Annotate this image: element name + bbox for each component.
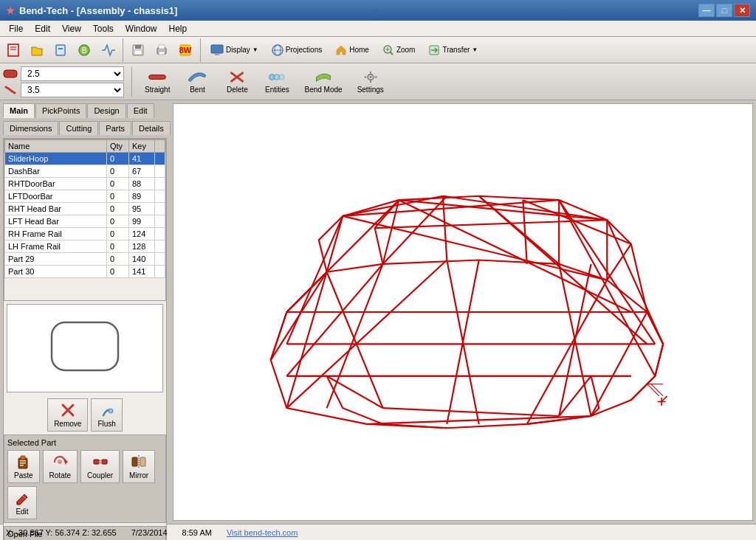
toolbar-sep2 (200, 38, 201, 62)
minimize-button[interactable]: — (698, 4, 715, 17)
main-content: Main PickPoints Design Edit Dimensions C… (0, 100, 756, 524)
svg-point-35 (369, 76, 371, 78)
table-row[interactable]: RH Frame Rail 0 124 (5, 228, 165, 240)
paste-label: Paste (14, 471, 33, 480)
parts-table: Name Qty Key SliderHoop 0 41 (4, 139, 165, 278)
toolbar-display[interactable]: Display ▼ (205, 40, 264, 60)
svg-point-50 (58, 460, 62, 464)
remove-button[interactable]: Remove (47, 398, 88, 432)
projections-label: Projections (286, 46, 322, 54)
toolbar-icon3[interactable] (50, 40, 71, 60)
parts-list[interactable]: Name Qty Key SliderHoop 0 41 (4, 139, 166, 301)
bent-label: Bent (190, 86, 205, 94)
close-button[interactable]: ✕ (734, 4, 750, 17)
table-row[interactable]: RHTDoorBar 0 88 (5, 178, 165, 190)
coupler-button[interactable]: Coupler (80, 450, 120, 483)
svg-rect-57 (140, 457, 145, 466)
table-row[interactable]: Part 30 0 141 (5, 266, 165, 278)
tab-edit[interactable]: Edit (127, 103, 154, 118)
app-icon: ★ (6, 5, 15, 16)
menu-view[interactable]: View (56, 22, 87, 35)
table-row[interactable]: RHT Head Bar 0 95 (5, 203, 165, 215)
toolbar-icon5[interactable] (97, 40, 118, 60)
table-row[interactable]: DashBar 0 67 (5, 165, 165, 178)
table-row[interactable]: SliderHoop 0 41 (5, 153, 165, 165)
toolbar-zoom[interactable]: Zoom (377, 40, 421, 60)
svg-rect-39 (374, 76, 377, 77)
chassis-model (173, 104, 752, 520)
toolbar-entities[interactable]: Entities (259, 68, 295, 96)
maximize-button[interactable]: □ (716, 4, 732, 17)
toolbar-open[interactable] (27, 40, 47, 60)
settings-label: Settings (357, 86, 384, 94)
svg-text:8W: 8W (179, 46, 192, 55)
paste-button[interactable]: Paste (7, 450, 40, 483)
menu-file[interactable]: File (3, 22, 29, 35)
svg-rect-48 (20, 465, 24, 466)
tab-design[interactable]: Design (87, 103, 126, 118)
pipe-size-1[interactable]: 2.51.01.52.03.0 (21, 66, 124, 81)
toolbar-straight[interactable]: Straight (140, 68, 175, 96)
menu-tools[interactable]: Tools (87, 22, 120, 35)
flush-button[interactable]: Flush (91, 398, 122, 432)
toolbar-transfer[interactable]: Transfer ▼ (423, 40, 483, 60)
3d-view[interactable] (173, 103, 753, 521)
table-row[interactable]: LH Frame Rail 0 128 (5, 240, 165, 253)
toolbar-settings[interactable]: Settings (352, 68, 389, 96)
svg-rect-52 (102, 460, 107, 464)
svg-rect-12 (159, 52, 165, 55)
preview-svg (41, 315, 129, 381)
svg-rect-11 (159, 45, 165, 49)
tab-bar: Main PickPoints Design Edit (3, 103, 167, 118)
visit-link[interactable]: Visit bend-tech.com (227, 528, 298, 537)
tab-main[interactable]: Main (3, 103, 35, 118)
pipe-size-2[interactable]: 3.51.01.52.02.5 (21, 83, 124, 97)
part-name: LH Frame Rail (5, 240, 107, 253)
toolbar-home[interactable]: Home (330, 40, 374, 60)
remove-flush-row: Remove Flush (4, 395, 166, 435)
time: 8:59 AM (182, 528, 212, 537)
display-label: Display (226, 46, 250, 54)
date: 7/23/2014 (131, 528, 168, 537)
menu-window[interactable]: Window (120, 22, 163, 35)
tab-dimensions[interactable]: Dimensions (3, 121, 58, 135)
tab-details[interactable]: Details (132, 121, 171, 135)
toolbar-save[interactable] (128, 40, 148, 60)
toolbar-print[interactable] (151, 40, 172, 60)
edit-button[interactable]: Edit (7, 486, 37, 519)
toolbar-bent[interactable]: Bent (179, 68, 215, 96)
toolbar-icon8[interactable]: 8W (175, 40, 196, 60)
svg-rect-25 (4, 70, 17, 77)
delete-label: Delete (227, 86, 248, 94)
part-preview (7, 304, 163, 392)
tab-cutting[interactable]: Cutting (59, 121, 98, 135)
mirror-button[interactable]: Mirror (123, 450, 155, 483)
svg-rect-9 (134, 50, 142, 55)
table-row[interactable]: Part 29 0 140 (5, 253, 165, 266)
svg-point-54 (99, 460, 102, 463)
toolbar-bend-mode[interactable]: Bend Mode (299, 68, 347, 96)
part-name: DashBar (5, 165, 107, 178)
mirror-label: Mirror (129, 471, 148, 480)
part-name: Part 29 (5, 253, 107, 266)
toolbar-delete[interactable]: Delete (219, 68, 255, 96)
pipe-icon-2 (3, 86, 18, 94)
remove-label: Remove (54, 420, 81, 428)
table-row[interactable]: LFTDoorBar 0 89 (5, 190, 165, 203)
tab-pickpoints[interactable]: PickPoints (35, 103, 86, 118)
menu-edit[interactable]: Edit (29, 22, 56, 35)
table-row[interactable]: LFT Head Bar 0 99 (5, 215, 165, 228)
selected-part-section: Selected Part Paste (4, 435, 166, 523)
part-qty: 0 (107, 153, 129, 165)
part-name: LFTDoorBar (5, 190, 107, 203)
toolbar-icon4[interactable]: B (74, 40, 94, 60)
svg-rect-8 (135, 45, 141, 49)
toolbar-projections[interactable]: Projections (267, 40, 327, 60)
rotate-button[interactable]: Rotate (43, 450, 78, 483)
menu-help[interactable]: Help (163, 22, 193, 35)
coordinates: X: -30.867 Y: 56.374 Z: 32.655 (6, 528, 117, 537)
toolbar-new[interactable] (3, 40, 24, 60)
svg-rect-40 (52, 322, 118, 370)
col-qty: Qty (107, 140, 129, 153)
tab-parts[interactable]: Parts (99, 121, 131, 135)
